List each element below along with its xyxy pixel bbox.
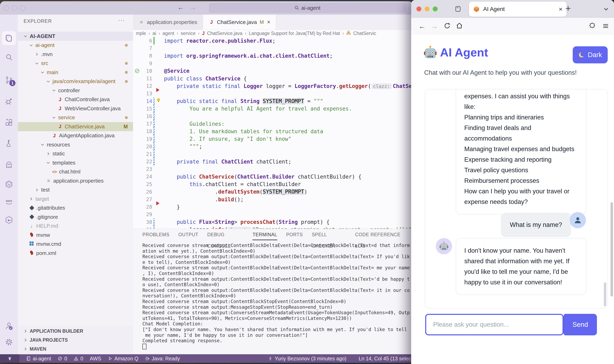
status-ln-14-col-45-13-selec[interactable]: Ln 14, Col 45 (13 selec	[359, 356, 411, 362]
chat-messages-container[interactable]: expenses. I can assist you with things l…	[425, 89, 608, 309]
explorer-icon[interactable]	[4, 34, 14, 43]
tree-item-src[interactable]: src	[18, 59, 133, 68]
status-ai-agent[interactable]: ai-agent	[26, 356, 51, 362]
status-aws[interactable]: AWS	[90, 356, 101, 362]
tree-item-ai-agent[interactable]: ai-agent	[18, 41, 133, 50]
tree-item-aiagentapplication-java[interactable]: JAiAgentApplication.java	[18, 131, 133, 140]
minimize-traffic-light[interactable]	[12, 5, 17, 11]
tree-item-service[interactable]: service	[18, 113, 133, 122]
status-0[interactable]: 0	[57, 356, 67, 362]
codecatalyst-icon[interactable]	[4, 216, 14, 224]
tree-item-static[interactable]: static	[18, 149, 133, 158]
section-java-projects[interactable]: JAVA PROJECTS	[18, 336, 133, 344]
breadcrumb-item[interactable]: ai	[153, 31, 156, 36]
code-line-16[interactable]: 16	[133, 113, 413, 120]
breadcrumb-item[interactable]: ChatService.java	[207, 31, 242, 36]
messages-scrollbar-thumb[interactable]	[604, 282, 606, 306]
status-java-ready[interactable]: Java: Ready	[145, 356, 180, 362]
back-button[interactable]: ←	[419, 22, 426, 30]
aws-icon[interactable]: aws	[4, 197, 14, 206]
code-line-6[interactable]: 6import reactor.core.publisher.Flux;	[133, 37, 413, 44]
remote-indicator[interactable]	[0, 354, 20, 363]
panel-tab-problems[interactable]: PROBLEMS	[142, 229, 169, 240]
code-line-14[interactable]: 14 public static final String SYSTEM_PRO…	[133, 98, 413, 105]
extensions-icon[interactable]	[4, 118, 14, 127]
tree-item-application-properties[interactable]: ≡application.properties	[18, 176, 133, 185]
code-line-7[interactable]: 7	[133, 44, 413, 52]
breadcrumb-item[interactable]: ChatServic	[353, 31, 376, 36]
panel-tab-output[interactable]: OUTPUT	[178, 229, 198, 240]
tree-item-main[interactable]: main	[18, 68, 133, 77]
tree-item-mvnw[interactable]: mvnw	[18, 231, 133, 240]
close-traffic-light[interactable]	[417, 6, 421, 11]
tab-overview-icon[interactable]	[454, 5, 462, 13]
code-editor[interactable]: 6import reactor.core.publisher.Flux;78im…	[133, 37, 413, 229]
accounts-icon[interactable]	[4, 321, 14, 330]
menu-hamburger-icon[interactable]	[602, 22, 609, 30]
code-line-24[interactable]: 24 public ChatService(ChatClient.Builder…	[133, 173, 413, 180]
forward-button[interactable]: →	[431, 22, 438, 30]
panel-tab-code-reference-log[interactable]: CODE REFERENCE LOG	[355, 229, 404, 240]
tree-item-ai-agent[interactable]: AI-AGENT	[18, 32, 133, 41]
tree-item-target[interactable]: target	[18, 195, 133, 204]
code-line-29[interactable]: 29	[133, 211, 413, 218]
tree-item-mvnw-cmd[interactable]: mvnw.cmd	[18, 240, 133, 249]
code-line-8[interactable]: 8import org.springframework.ai.chat.clie…	[133, 52, 413, 60]
command-center-search[interactable]: ai-agent	[209, 3, 406, 13]
send-button[interactable]: Send	[564, 314, 597, 335]
status-0[interactable]: 0	[74, 356, 83, 362]
panel-tab-debug-console[interactable]: DEBUG CONSOLE	[207, 229, 244, 240]
code-line-23[interactable]: 23	[133, 165, 413, 173]
tab-close-icon[interactable]: ×	[559, 5, 562, 13]
tab-close-icon[interactable]: ×	[267, 19, 270, 26]
code-line-9[interactable]: 9	[133, 60, 413, 67]
tree-item-test[interactable]: test	[18, 185, 133, 195]
panel-tab-terminal[interactable]: TERMINAL	[252, 229, 277, 240]
code-line-30[interactable]: 30 public Flux<String> processChat(Strin…	[133, 218, 413, 226]
tree-item-chat-html[interactable]: <>chat.html	[18, 167, 133, 177]
tree-item-help-md[interactable]: ↓HELP.md	[18, 221, 133, 231]
dark-mode-button[interactable]: Dark	[573, 46, 608, 63]
status-amazon-q[interactable]: Amazon Q	[108, 356, 138, 362]
zoom-traffic-light[interactable]	[20, 5, 25, 11]
code-line-19[interactable]: 19 2. If unsure, say "I don't know"	[133, 135, 413, 143]
tree-item-gitignore[interactable]: .gitignore	[18, 212, 133, 221]
code-line-17[interactable]: 17 Guidelines:	[133, 120, 413, 128]
section-application-builder[interactable]: APPLICATION BUILDER	[18, 327, 133, 336]
code-line-31[interactable]: 31 logger.info(format:"Processing stream…	[133, 226, 413, 229]
code-line-18[interactable]: 18 1. Use markdown tables for structured…	[133, 128, 413, 135]
code-line-21[interactable]: 21	[133, 150, 413, 158]
source-control-icon[interactable]: 1	[4, 76, 14, 84]
close-traffic-light[interactable]	[4, 5, 9, 11]
tree-item-controller[interactable]: controller	[18, 86, 133, 95]
extensions-puzzle-icon[interactable]	[588, 22, 596, 30]
home-icon[interactable]	[456, 22, 463, 30]
question-input[interactable]	[425, 314, 564, 335]
history-forward-button[interactable]: →	[190, 4, 196, 11]
code-line-27[interactable]: 27 .build();	[133, 195, 413, 203]
page-scrollbar-thumb[interactable]	[611, 202, 613, 297]
tree-item-chatservice-java[interactable]: JChatService.javaM	[18, 122, 133, 131]
tree-item-chatcontroller-java[interactable]: JChatController.java	[18, 95, 133, 104]
panel-tab-spell-checker[interactable]: SPELL CHECKER	[312, 229, 346, 240]
minimize-traffic-light[interactable]	[425, 6, 430, 11]
code-line-20[interactable]: 20 """;	[133, 143, 413, 150]
code-line-13[interactable]: 13	[133, 90, 413, 97]
code-line-11[interactable]: 11public class ChatService {	[133, 75, 413, 82]
editor-tab-application-properties[interactable]: ≡application.properties	[133, 15, 203, 30]
chat-extension-icon[interactable]	[4, 160, 14, 169]
code-line-25[interactable]: 25 this.chatClient = chatClientBuilder	[133, 181, 413, 188]
breadcrumb-item[interactable]: mple	[136, 31, 146, 36]
code-line-22[interactable]: 22 private final ChatClient chatClient;	[133, 158, 413, 165]
breadcrumb-item[interactable]: service	[181, 31, 195, 36]
run-debug-icon[interactable]	[4, 97, 14, 106]
spring-boot-icon[interactable]	[4, 180, 14, 189]
breadcrumb-item[interactable]: Language Support for Java(TM) by Red Hat	[249, 31, 340, 36]
tree-item-resources[interactable]: resources	[18, 140, 133, 149]
settings-gear-icon[interactable]	[4, 338, 14, 347]
panel-tab-ports[interactable]: PORTS	[286, 229, 303, 240]
browser-tab-ai-agent[interactable]: AI Agent ×	[469, 2, 567, 17]
status-yuriy-bezsonov-3-minutes-ago[interactable]: Yuriy Bezsonov (3 minutes ago)	[268, 356, 347, 362]
code-line-28[interactable]: 28 }	[133, 203, 413, 211]
history-back-button[interactable]: ←	[177, 4, 184, 11]
